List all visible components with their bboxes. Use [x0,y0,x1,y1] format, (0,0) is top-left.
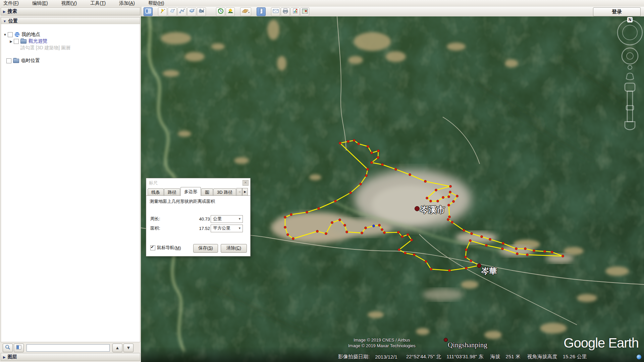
village-poi-dot[interactable] [444,338,448,342]
polygon-vertex[interactable] [339,142,341,144]
polygon-vertex[interactable] [425,260,427,263]
tab-circle[interactable]: 圆 [201,188,213,196]
polygon-vertex[interactable] [377,150,380,152]
polygon-vertex[interactable] [515,248,518,250]
next-result-button[interactable]: ▼ [123,344,133,352]
ruler-button[interactable] [257,7,266,16]
polygon-vertex[interactable] [381,229,383,231]
polygon-vertex[interactable] [339,219,341,221]
login-button[interactable]: 登录 [593,7,641,16]
polygon-vertex[interactable] [524,248,527,250]
polygon-vertex[interactable] [398,249,400,251]
polygon-vertex[interactable] [452,200,455,203]
polygon-vertex[interactable] [284,226,286,229]
polygon-vertex[interactable] [325,233,327,235]
polygon-vertex[interactable] [435,189,437,191]
tab-line[interactable]: 线条 [148,188,164,196]
close-icon[interactable]: ✕ [243,180,249,186]
polygon-vertex[interactable] [344,224,346,227]
polygon-vertex[interactable] [489,238,491,241]
expanded-arrow-icon[interactable]: ▼ [3,33,7,37]
mouse-nav-option[interactable]: 鼠标导航(M) [150,245,181,251]
polygon-vertex[interactable] [471,233,473,235]
tab-path[interactable]: 路径 [164,188,180,196]
polygon-vertex[interactable] [346,231,348,233]
polygon-vertex[interactable] [449,185,452,188]
temporary-places-checkbox[interactable] [6,58,11,63]
compass-north-indicator[interactable]: N [627,17,633,22]
polygon-vertex[interactable] [426,197,428,199]
polygon-vertex[interactable] [544,250,546,253]
polygon-vertex[interactable] [284,216,286,219]
polygon-vertex[interactable] [361,232,363,234]
polygon-vertex[interactable] [404,252,407,254]
polygon-vertex[interactable] [526,254,529,256]
tab-scroll-left-icon[interactable]: ◀ [236,188,242,196]
polygon-vertex[interactable] [371,162,373,164]
tab-scroll-right-icon[interactable]: ▶ [242,188,248,196]
menu-add[interactable]: 添加(A) [116,0,140,6]
polygon-vertex[interactable] [442,196,444,199]
polygon-vertex[interactable] [378,224,381,227]
polygon-vertex[interactable] [448,204,450,206]
polygon-vertex[interactable] [290,214,292,216]
my-places-checkbox[interactable] [8,32,13,37]
polygon-vertex[interactable] [365,227,367,229]
search-places-button[interactable] [3,344,13,352]
tree-item-temporary-places[interactable]: 临时位置 [6,58,40,64]
menu-edit[interactable]: 编辑(E) [29,0,53,6]
polygon-vertex[interactable] [437,200,439,202]
menu-help[interactable]: 帮助(H) [145,0,169,6]
sidebar-toggle-button[interactable] [144,7,153,16]
save-button[interactable]: 保存(S) [193,244,218,253]
polygon-vertex[interactable] [465,267,468,269]
ruler-dialog[interactable]: 标尺 ✕ 线条 路径 多边形 圆 3D 路径 ◀ ▶ 测量地面上几何形状的距离或… [146,178,251,256]
layers-panel-header[interactable]: ▶ 图层 [1,353,140,361]
tab-3d-path[interactable]: 3D 路径 [213,188,236,196]
save-image-button[interactable] [290,7,300,16]
previous-result-button[interactable]: ▲ [112,344,122,352]
polygon-vertex[interactable] [465,249,468,251]
polygon-vertex[interactable] [448,216,451,218]
polygon-vertex[interactable] [353,139,356,142]
polygon-vertex[interactable] [516,253,519,255]
clear-button[interactable]: 清除(C) [221,244,247,253]
polygon-vertex[interactable] [371,152,373,154]
polygon-vertex[interactable] [316,230,319,233]
polygon-vertex[interactable] [485,244,488,247]
print-button[interactable] [281,7,290,16]
polygon-vertex[interactable] [470,260,472,262]
add-placemark-button[interactable]: + [158,7,167,16]
polygon-vertex[interactable] [306,211,308,214]
polygon-vertex[interactable] [367,168,369,171]
toggle-results-button[interactable] [14,344,24,352]
navigation-controls[interactable] [609,16,644,134]
polygon-vertex[interactable] [449,191,451,193]
city-poi-dot[interactable] [415,206,420,211]
polygon-vertex[interactable] [562,255,564,257]
search-panel-header[interactable]: ▶ 搜索 [1,7,140,15]
add-image-overlay-button[interactable]: + [187,7,196,16]
polygon-vertex[interactable] [350,192,352,194]
polygon-vertex[interactable] [358,143,360,145]
sightseeing-checkbox[interactable] [14,39,19,44]
polygon-vertex[interactable] [292,238,294,240]
polygon-vertex[interactable] [430,268,432,270]
sunlight-button[interactable] [226,7,235,16]
polygon-vertex[interactable] [397,231,400,234]
polygon-vertex[interactable] [318,207,320,210]
polygon-vertex[interactable] [411,239,413,241]
polygon-vertex[interactable] [465,256,467,258]
polygon-vertex[interactable] [430,200,432,202]
historical-imagery-button[interactable] [216,7,225,16]
polygon-vertex[interactable] [502,242,504,245]
places-filter-input[interactable] [26,344,110,352]
menu-view[interactable]: 视图(V) [58,0,82,6]
polygon-vertex[interactable] [481,236,483,238]
area-unit-select[interactable]: 平方公里 ▼ [211,225,243,232]
email-button[interactable] [271,7,280,16]
polygon-vertex[interactable] [401,236,404,238]
add-path-button[interactable]: + [177,7,186,16]
polygon-vertex[interactable] [447,219,449,221]
polygon-vertex[interactable] [469,240,472,242]
